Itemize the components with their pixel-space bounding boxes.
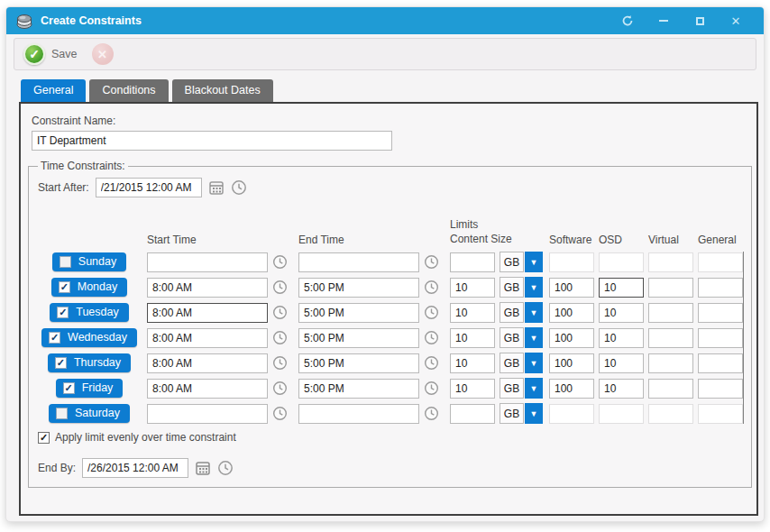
unit-dropdown-button[interactable]: ▼: [525, 277, 543, 298]
end-time-clock-icon[interactable]: [424, 355, 439, 371]
software-limit-input[interactable]: [549, 303, 594, 323]
virtual-limit-input[interactable]: [648, 353, 693, 373]
day-checkbox[interactable]: [60, 256, 71, 268]
end-time-input[interactable]: [298, 278, 419, 298]
tab-conditions[interactable]: Conditions: [89, 79, 168, 102]
end-by-clock-icon[interactable]: [217, 460, 234, 476]
start-after-clock-icon[interactable]: [231, 179, 247, 196]
minimize-button[interactable]: [657, 14, 670, 27]
software-limit-input[interactable]: [549, 379, 594, 399]
day-checkbox[interactable]: [63, 382, 75, 394]
content-size-input[interactable]: [450, 379, 495, 399]
end-time-input[interactable]: [298, 303, 419, 323]
software-limit-input[interactable]: [549, 252, 594, 272]
start-time-clock-icon[interactable]: [272, 406, 288, 421]
day-toggle[interactable]: Monday: [51, 278, 127, 297]
day-checkbox[interactable]: [59, 281, 70, 293]
tab-blackout-dates[interactable]: Blackout Dates: [172, 79, 273, 102]
day-toggle[interactable]: Tuesday: [50, 303, 128, 322]
start-time-clock-icon[interactable]: [272, 280, 288, 295]
end-time-clock-icon[interactable]: [424, 254, 439, 270]
end-time-input[interactable]: [298, 353, 419, 373]
content-size-input[interactable]: [450, 328, 495, 348]
software-limit-input[interactable]: [549, 328, 594, 348]
end-time-clock-icon[interactable]: [424, 406, 439, 421]
general-limit-input[interactable]: [698, 379, 743, 399]
osd-limit-input[interactable]: [599, 353, 644, 373]
end-time-input[interactable]: [298, 328, 419, 348]
unit-dropdown-button[interactable]: ▼: [525, 302, 543, 323]
day-toggle[interactable]: Wednesday: [41, 328, 137, 347]
unit-dropdown-button[interactable]: ▼: [525, 353, 543, 373]
general-limit-input[interactable]: [698, 278, 743, 298]
unit-dropdown-button[interactable]: ▼: [525, 252, 543, 272]
day-checkbox[interactable]: [55, 357, 67, 369]
day-checkbox[interactable]: [57, 307, 69, 318]
software-limit-input[interactable]: [549, 353, 594, 373]
start-time-input[interactable]: [147, 353, 268, 373]
osd-limit-input[interactable]: [599, 252, 644, 272]
osd-limit-input[interactable]: [599, 379, 644, 399]
end-time-input[interactable]: [298, 252, 419, 272]
day-toggle[interactable]: Saturday: [49, 404, 130, 423]
general-limit-input[interactable]: [698, 353, 743, 373]
virtual-limit-input[interactable]: [648, 278, 693, 298]
start-after-calendar-icon[interactable]: [208, 179, 225, 196]
unit-dropdown-button[interactable]: ▼: [525, 327, 543, 348]
virtual-limit-input[interactable]: [648, 252, 693, 272]
day-toggle[interactable]: Thursday: [48, 353, 131, 372]
end-by-calendar-icon[interactable]: [195, 460, 211, 476]
start-time-input[interactable]: [147, 379, 268, 399]
refresh-icon[interactable]: [621, 14, 634, 27]
general-limit-input[interactable]: [698, 404, 743, 424]
general-limit-input[interactable]: [698, 252, 743, 272]
start-time-input[interactable]: [147, 303, 268, 323]
content-size-input[interactable]: [450, 278, 495, 298]
end-time-clock-icon[interactable]: [424, 305, 439, 320]
content-size-input[interactable]: [450, 353, 495, 373]
osd-limit-input[interactable]: [599, 404, 644, 424]
end-time-input[interactable]: [298, 379, 419, 399]
content-size-input[interactable]: [450, 252, 495, 272]
general-limit-input[interactable]: [698, 303, 743, 323]
virtual-limit-input[interactable]: [648, 303, 693, 323]
start-time-input[interactable]: [147, 404, 268, 424]
day-toggle[interactable]: Sunday: [52, 252, 126, 271]
end-time-clock-icon[interactable]: [424, 381, 439, 396]
constraint-name-input[interactable]: [32, 131, 392, 151]
general-limit-input[interactable]: [698, 328, 743, 348]
end-time-clock-icon[interactable]: [424, 280, 439, 295]
content-size-input[interactable]: [450, 303, 495, 323]
software-limit-input[interactable]: [549, 404, 594, 424]
end-time-input[interactable]: [298, 404, 419, 424]
tab-general[interactable]: General: [21, 79, 86, 102]
start-time-input[interactable]: [147, 252, 268, 272]
virtual-limit-input[interactable]: [648, 328, 693, 348]
save-button[interactable]: ✓ Save: [23, 43, 78, 65]
day-checkbox[interactable]: [56, 408, 68, 419]
start-after-input[interactable]: [96, 178, 202, 197]
osd-limit-input[interactable]: [599, 278, 644, 298]
day-toggle[interactable]: Friday: [56, 379, 124, 398]
start-time-clock-icon[interactable]: [272, 330, 288, 345]
maximize-button[interactable]: [693, 14, 706, 27]
osd-limit-input[interactable]: [599, 303, 644, 323]
start-time-input[interactable]: [147, 328, 268, 348]
start-time-input[interactable]: [147, 278, 268, 298]
start-time-clock-icon[interactable]: [272, 305, 288, 320]
apply-evenly-checkbox[interactable]: [38, 432, 50, 444]
virtual-limit-input[interactable]: [648, 404, 693, 424]
day-checkbox[interactable]: [49, 332, 60, 344]
software-limit-input[interactable]: [549, 278, 594, 298]
end-by-input[interactable]: [82, 458, 188, 478]
start-time-clock-icon[interactable]: [272, 355, 288, 371]
unit-dropdown-button[interactable]: ▼: [525, 378, 543, 399]
virtual-limit-input[interactable]: [648, 379, 693, 399]
content-size-input[interactable]: [450, 404, 495, 424]
close-button[interactable]: ✕: [729, 14, 742, 27]
unit-dropdown-button[interactable]: ▼: [525, 403, 543, 424]
start-time-clock-icon[interactable]: [272, 254, 288, 270]
start-time-clock-icon[interactable]: [272, 381, 288, 396]
end-time-clock-icon[interactable]: [424, 330, 439, 345]
osd-limit-input[interactable]: [599, 328, 644, 348]
